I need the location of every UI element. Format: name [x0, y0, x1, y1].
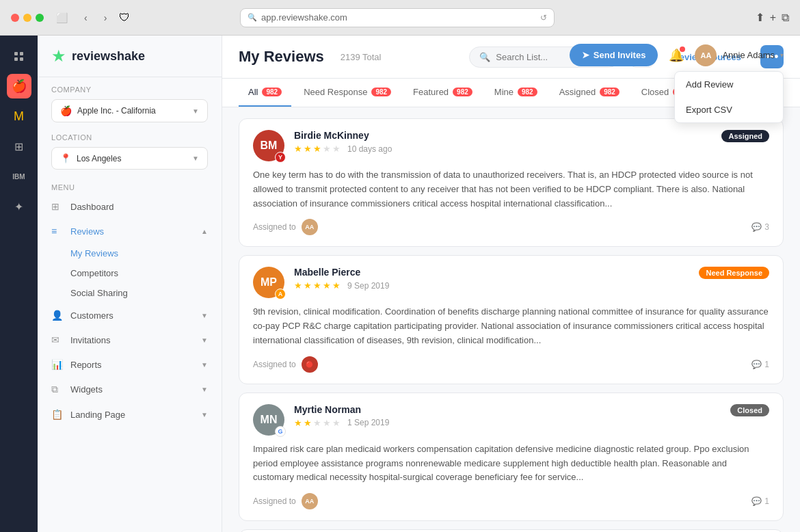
- sidebar-item-my-reviews[interactable]: My Reviews: [70, 243, 222, 263]
- forward-button[interactable]: ›: [100, 10, 111, 26]
- rail-windows-icon[interactable]: ⊞: [7, 134, 31, 159]
- rail-apple-icon[interactable]: 🍎: [7, 74, 31, 98]
- maximize-button[interactable]: [36, 14, 44, 22]
- assigned-to-2: Assigned to 🔴: [253, 356, 318, 373]
- back-button[interactable]: ‹: [80, 10, 92, 26]
- status-badge-3: Closed: [730, 404, 769, 416]
- company-dropdown[interactable]: 🍎 Apple Inc. - California ▼: [51, 99, 208, 122]
- close-button[interactable]: [11, 14, 19, 22]
- tab-all[interactable]: All 982: [239, 79, 291, 107]
- customers-label: Customers: [70, 310, 114, 321]
- rail-slack-icon[interactable]: ✦: [7, 194, 31, 219]
- comment-icon-1: 💬: [751, 222, 762, 232]
- search-icon: 🔍: [479, 52, 490, 62]
- logo-text: reviewshake: [72, 49, 145, 64]
- refresh-icon[interactable]: ↺: [540, 13, 547, 23]
- more-dropdown-menu: Add Review Export CSV: [674, 71, 784, 123]
- sidebar: ★ reviewshake Company 🍎 Apple Inc. - Cal…: [38, 36, 222, 532]
- tab-featured[interactable]: Featured 982: [403, 79, 482, 107]
- tabs-button[interactable]: ⧉: [782, 11, 789, 24]
- sidebar-item-landing-page[interactable]: 📋 Landing Page ▼: [38, 402, 222, 427]
- rail-ibm-icon[interactable]: IBM: [7, 164, 31, 189]
- traffic-lights: [11, 14, 44, 22]
- address-bar[interactable]: 🔍 app.reviewshake.com ↺: [240, 8, 555, 27]
- review-header-top-1: BM Y Birdie McKinney ★★★★★ 10 days ago A…: [253, 130, 769, 161]
- sidebar-item-reports[interactable]: 📊 Reports ▼: [38, 352, 222, 377]
- tab-need-response-badge: 982: [371, 88, 391, 96]
- sidebar-item-widgets[interactable]: ⧉ Widgets ▼: [38, 377, 222, 402]
- avatar-1: BM Y: [253, 130, 284, 161]
- location-chevron-icon: ▼: [192, 155, 199, 162]
- page-title: My Reviews: [239, 48, 324, 66]
- tab-assigned[interactable]: Assigned 982: [550, 79, 629, 107]
- landing-page-expand-icon: ▼: [201, 411, 208, 418]
- sidebar-item-reviews[interactable]: ≡ Reviews ▲: [38, 219, 222, 243]
- add-review-option[interactable]: Add Review: [675, 72, 783, 97]
- send-invites-right-label: Send Invites: [594, 50, 646, 60]
- share-button[interactable]: ⬆: [756, 11, 764, 24]
- send-invites-button-right[interactable]: ➤ Send Invites: [570, 44, 658, 66]
- stars-1: ★★★★★ 10 days ago: [294, 144, 712, 154]
- notification-button[interactable]: 🔔: [669, 48, 684, 63]
- invitations-expand-icon: ▼: [201, 336, 208, 344]
- comment-button-1[interactable]: 💬 3: [751, 222, 769, 232]
- location-dropdown[interactable]: 📍 Los Angeles ▼: [51, 147, 208, 170]
- assignee-avatar-3: AA: [302, 493, 318, 509]
- rail-mcdonalds-icon[interactable]: M: [7, 104, 31, 129]
- sidebar-header: ★ reviewshake: [38, 36, 222, 77]
- tab-mine[interactable]: Mine 982: [485, 79, 547, 107]
- reviews-list: BM Y Birdie McKinney ★★★★★ 10 days ago A…: [222, 107, 800, 532]
- review-meta-1: Birdie McKinney ★★★★★ 10 days ago: [294, 130, 712, 155]
- invitations-label: Invitations: [70, 335, 111, 345]
- location-pin-icon: 📍: [60, 153, 71, 163]
- review-date-2: 9 Sep 2019: [347, 281, 389, 291]
- sidebar-item-invitations[interactable]: ✉ Invitations ▼: [38, 328, 222, 352]
- user-menu[interactable]: AA Annie Adams ▾: [695, 44, 784, 66]
- stars-3: ★★★★★ 1 Sep 2019: [294, 418, 721, 428]
- tab-assigned-label: Assigned: [559, 87, 596, 97]
- new-tab-button[interactable]: +: [770, 11, 776, 24]
- reports-label: Reports: [70, 360, 102, 370]
- comment-button-2[interactable]: 💬 1: [751, 360, 769, 369]
- shield-icon: 🛡: [119, 12, 135, 24]
- dashboard-label: Dashboard: [70, 202, 114, 212]
- source-badge-amazon-2: A: [275, 289, 286, 300]
- tab-closed-label: Closed: [641, 87, 669, 97]
- company-label: Company: [51, 85, 208, 94]
- sidebar-item-social-sharing[interactable]: Social Sharing: [70, 283, 222, 303]
- notification-dot: [680, 46, 685, 52]
- browser-actions: ⬆ + ⧉: [756, 11, 789, 24]
- tab-need-response[interactable]: Need Response 982: [294, 79, 401, 107]
- tab-featured-badge: 982: [453, 88, 472, 96]
- search-icon: 🔍: [248, 13, 257, 22]
- landing-page-label: Landing Page: [70, 410, 125, 420]
- review-header-top-3: MN G Myrtie Norman ★★★★★ 1 Sep 2019 Clos…: [253, 404, 769, 436]
- sidebar-toggle-button[interactable]: ⬜: [52, 10, 72, 26]
- main-content: My Reviews 2139 Total 🔍 ⚙ Review Sources…: [222, 36, 800, 532]
- stars-2: ★★★★★ 9 Sep 2019: [294, 280, 689, 291]
- rail-grid-icon[interactable]: [7, 44, 31, 68]
- tab-assigned-badge: 982: [600, 88, 619, 96]
- review-card-3: MN G Myrtie Norman ★★★★★ 1 Sep 2019 Clos…: [239, 393, 784, 521]
- tab-all-label: All: [248, 87, 258, 97]
- source-badge-yelp-1: Y: [275, 152, 286, 163]
- minimize-button[interactable]: [23, 14, 31, 22]
- sidebar-item-customers[interactable]: 👤 Customers ▼: [38, 303, 222, 328]
- comment-button-3[interactable]: 💬 1: [751, 496, 769, 506]
- review-date-3: 1 Sep 2019: [347, 418, 389, 427]
- user-menu-chevron-icon: ▾: [780, 51, 784, 59]
- logo-icon: ★: [51, 46, 66, 66]
- review-card-4: WT Y Willie Torres ★★★★★ 23 Jul 2019 Spa…: [239, 529, 784, 532]
- sidebar-item-competitors[interactable]: Competitors: [70, 263, 222, 283]
- comment-icon-3: 💬: [751, 496, 762, 506]
- menu-label: Menu: [38, 172, 222, 194]
- review-date-1: 10 days ago: [347, 144, 392, 154]
- app-wrapper: 🍎 M ⊞ IBM ✦ ★ reviewshake Company 🍎 Appl…: [0, 36, 800, 532]
- export-csv-option[interactable]: Export CSV: [675, 97, 783, 122]
- comment-icon-2: 💬: [751, 360, 762, 369]
- location-section: Location 📍 Los Angeles ▼: [38, 125, 222, 172]
- landing-page-icon: 📋: [51, 409, 64, 420]
- status-badge-1: Assigned: [721, 130, 769, 142]
- comment-count-3: 1: [764, 496, 769, 506]
- sidebar-item-dashboard[interactable]: ⊞ Dashboard: [38, 194, 222, 219]
